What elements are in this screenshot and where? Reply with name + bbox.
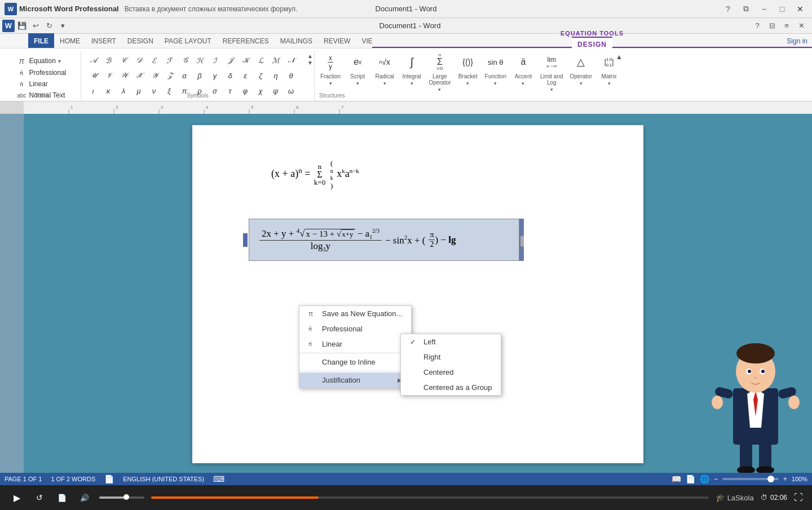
- symbol-L[interactable]: ℒ: [253, 53, 268, 68]
- accent-btn[interactable]: ä Accent ▾: [512, 51, 535, 87]
- symbol-B[interactable]: ℬ: [101, 53, 116, 68]
- symbol-omega[interactable]: ω: [284, 83, 298, 98]
- undo-btn[interactable]: ↩: [29, 20, 42, 32]
- symbol-sigma[interactable]: σ: [208, 83, 222, 98]
- tab-home[interactable]: HOME: [54, 33, 86, 48]
- restore-btn[interactable]: ⧉: [739, 3, 753, 15]
- script-arrow[interactable]: ▾: [356, 81, 359, 86]
- symbol-xi[interactable]: ξ: [162, 83, 176, 98]
- function-btn[interactable]: sin θ Function ▾: [484, 51, 508, 87]
- help-btn[interactable]: ?: [721, 3, 735, 15]
- operator-arrow[interactable]: ▾: [580, 81, 582, 86]
- fraction-btn[interactable]: x y Fraction ▾: [319, 51, 342, 87]
- print-view-icon[interactable]: 📄: [686, 474, 695, 484]
- volume-thumb[interactable]: [123, 494, 129, 500]
- close-btn[interactable]: ✕: [793, 3, 807, 15]
- read-mode-icon[interactable]: 📖: [672, 474, 681, 484]
- bracket-btn[interactable]: {()} Bracket ▾: [457, 51, 479, 87]
- symbol-V[interactable]: 𝒱: [101, 68, 116, 83]
- customize-btn[interactable]: ▾: [56, 20, 69, 32]
- tab-file[interactable]: FILE: [28, 33, 54, 48]
- symbol-K[interactable]: 𝒦: [238, 53, 253, 68]
- matrix-arrow[interactable]: ▾: [608, 81, 611, 86]
- symbol-U[interactable]: 𝒰: [86, 68, 100, 83]
- zoom-in-btn[interactable]: +: [783, 475, 787, 483]
- symbol-Y[interactable]: 𝒴: [147, 68, 161, 83]
- volume-btn[interactable]: 🔊: [77, 490, 92, 505]
- zoom-slider[interactable]: [722, 478, 779, 480]
- minimize-btn[interactable]: −: [757, 3, 771, 15]
- tab-design[interactable]: DESIGN: [122, 33, 159, 48]
- ctx-linear[interactable]: π̂ Linear: [299, 336, 411, 352]
- symbol-M[interactable]: ℳ: [268, 53, 283, 68]
- symbol-epsilon[interactable]: ε: [238, 68, 253, 83]
- accent-arrow[interactable]: ▾: [522, 81, 524, 86]
- symbol-C[interactable]: 𝒞: [116, 53, 131, 68]
- ctx-justification[interactable]: Justification ▶: [299, 372, 411, 388]
- equation-btn[interactable]: π Equation ▾: [14, 55, 63, 66]
- sub-centered-group[interactable]: Centered as a Group: [401, 380, 501, 395]
- symbol-psi[interactable]: ψ: [268, 83, 283, 98]
- eq-scrollbar[interactable]: [520, 236, 524, 247]
- linear-btn[interactable]: π̂ Linear: [14, 79, 50, 89]
- operator-btn[interactable]: △ Operator ▾: [569, 51, 593, 87]
- zoom-thumb[interactable]: [767, 476, 774, 482]
- eq-drag-handle[interactable]: [243, 233, 248, 247]
- sub-centered[interactable]: Centered: [401, 365, 501, 380]
- symbol-kappa[interactable]: κ: [101, 83, 116, 98]
- symbol-I[interactable]: ℐ: [208, 53, 222, 68]
- symbol-J[interactable]: 𝒥: [223, 53, 237, 68]
- limit-arrow[interactable]: ▾: [550, 87, 553, 92]
- bracket-arrow[interactable]: ▾: [466, 81, 469, 86]
- symbol-alpha[interactable]: α: [177, 68, 192, 83]
- symbol-zeta[interactable]: ζ: [253, 68, 268, 83]
- large-operator-arrow[interactable]: ▾: [438, 87, 441, 92]
- ctx-save-equation[interactable]: π Save as New Equation...: [299, 306, 411, 321]
- replay-btn[interactable]: ↺: [32, 490, 47, 505]
- symbol-G[interactable]: 𝒢: [177, 53, 192, 68]
- function-arrow[interactable]: ▾: [494, 81, 497, 86]
- symbols-scroll-down[interactable]: ▼: [307, 60, 313, 66]
- ctx-professional[interactable]: π̂ Professional: [299, 321, 411, 336]
- symbol-phi[interactable]: φ: [238, 83, 253, 98]
- professional-btn[interactable]: π̂ Professional: [14, 68, 68, 78]
- tab-mailings[interactable]: MAILINGS: [275, 33, 318, 48]
- fullscreen-btn[interactable]: ⛶: [794, 493, 803, 503]
- symbol-F[interactable]: ℱ: [162, 53, 176, 68]
- symbol-X[interactable]: 𝒳: [131, 68, 146, 83]
- tab-references[interactable]: REFERENCES: [217, 33, 275, 48]
- symbol-Z[interactable]: 𝒵: [162, 68, 176, 83]
- symbol-eta[interactable]: η: [268, 68, 283, 83]
- player-progress[interactable]: [151, 496, 709, 499]
- symbol-H[interactable]: ℋ: [192, 53, 207, 68]
- tab-review[interactable]: REVIEW: [318, 33, 356, 48]
- zoom-out-btn[interactable]: −: [714, 475, 718, 483]
- page-container[interactable]: (x + a)n = n Σ k=0 ( n k ) xkan−k: [24, 114, 812, 473]
- symbol-beta[interactable]: β: [192, 68, 207, 83]
- tab-eq-design[interactable]: DESIGN: [572, 37, 612, 51]
- symbol-iota[interactable]: ι: [86, 83, 100, 98]
- word-logo-btn[interactable]: W: [2, 20, 15, 32]
- symbol-N[interactable]: 𝒩: [284, 53, 298, 68]
- symbol-theta[interactable]: θ: [284, 68, 298, 83]
- fraction-arrow[interactable]: ▾: [329, 81, 332, 86]
- save-btn[interactable]: 💾: [16, 20, 28, 32]
- volume-slider[interactable]: [99, 496, 144, 499]
- symbols-scroll-up[interactable]: ▲: [307, 53, 313, 59]
- integral-btn[interactable]: ∫ Integral ▾: [400, 51, 423, 87]
- symbol-gamma[interactable]: γ: [208, 68, 222, 83]
- sign-in-btn[interactable]: Sign in: [787, 37, 807, 45]
- tab-insert[interactable]: INSERT: [86, 33, 122, 48]
- symbol-chi[interactable]: χ: [253, 83, 268, 98]
- radical-btn[interactable]: n√x Radical ▾: [373, 51, 396, 87]
- large-operator-btn[interactable]: n Σ i=0 LargeOperator ▾: [427, 51, 452, 94]
- symbol-lambda[interactable]: λ: [116, 83, 131, 98]
- doc-stats-icon[interactable]: 📄: [104, 474, 114, 484]
- symbol-mu[interactable]: μ: [131, 83, 146, 98]
- sub-left[interactable]: ✓ Left: [401, 334, 501, 349]
- maximize-btn[interactable]: □: [775, 3, 789, 15]
- doc-btn[interactable]: 📄: [54, 490, 70, 505]
- symbol-tau[interactable]: τ: [223, 83, 237, 98]
- lang-icon[interactable]: ⌨: [213, 474, 224, 484]
- symbol-A[interactable]: 𝒜: [86, 53, 100, 68]
